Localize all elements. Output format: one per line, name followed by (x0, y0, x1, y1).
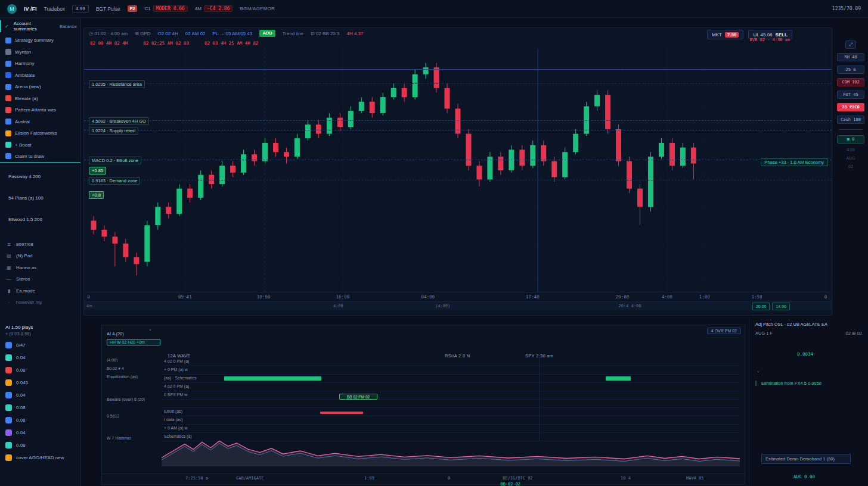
grid-row-label: (as) · Schematics (164, 376, 196, 380)
indicator-row-label: (4:00) (107, 358, 117, 362)
scrollbar-chip[interactable]: 20:00 (752, 303, 770, 310)
sidebar-item[interactable]: Elevate (a) (0, 93, 80, 105)
watchlist-row[interactable]: 0.08 (0, 401, 80, 414)
indicator-corner-box[interactable]: 4 OVR PM 02 (707, 328, 741, 334)
ticker-2[interactable]: 4M -C4 2.86 (195, 5, 233, 12)
toolbar-ohlc-open[interactable]: O2.02 4H (158, 31, 178, 36)
indicator-grid-row: + 0 AM (a) w (162, 425, 740, 433)
time-axis-label: 1:50 (752, 294, 762, 300)
nav-pulse[interactable]: BGT Pulse (96, 6, 120, 12)
toolbar-add-indicator[interactable]: ADD (259, 30, 275, 37)
sidebar-item[interactable]: + Boost (0, 139, 80, 151)
indicator-axis-label: 10 4 (621, 476, 631, 481)
watchlist-row[interactable]: 0.04 (0, 389, 80, 401)
sidebar-plan-item[interactable]: 54 Plans (a) 100 (0, 192, 80, 214)
indicator-active-preset[interactable]: HH W 02 H20 +0m (107, 339, 160, 345)
sidebar-tool-item[interactable]: ▮Ea.mode (0, 285, 80, 297)
toolbar-trend-line[interactable]: Trend line (283, 31, 303, 36)
buy-button[interactable]: MKT 7.50 (707, 30, 743, 39)
sidebar-item[interactable]: Elision Falconworks (0, 127, 80, 139)
rail-cash[interactable]: Cash 180 (837, 116, 864, 124)
sidebar-tool-item[interactable]: ▤(N) Pad (0, 250, 80, 262)
sidebar-item-label: Pattern Atlanta was (15, 107, 56, 113)
brand-name: IV /FI (24, 6, 37, 12)
indicator-grid[interactable]: 4 02 0 PM (a)+ 0 PM (a) w(as) · Schemati… (162, 358, 740, 441)
chart-scrollbar[interactable]: 4m 20:0014:00 4:00(4:00)20:4 4:00 (84, 301, 832, 310)
watchlist-row[interactable]: 0.04 (0, 426, 80, 439)
indicator-axis-label: 1:09 (364, 476, 374, 481)
toolbar-layout[interactable]: ⊞ GPD (135, 31, 150, 36)
oscillator-wave-chart[interactable] (162, 435, 740, 466)
sidebar-tool-item[interactable]: ≣8097/08 (0, 239, 80, 251)
sidebar-plan-item[interactable]: Ellwood 1.5 200 (0, 214, 80, 235)
sidebar-item[interactable]: Pattern Atlanta was (0, 104, 80, 116)
sidebar-item-label: Arena (new) (15, 84, 41, 89)
sidebar-tool-item[interactable]: —Stereo (0, 273, 80, 285)
watchlist-row[interactable]: 0/47 (0, 339, 80, 351)
alert-badge[interactable]: F2 (128, 5, 138, 12)
sidebar-item[interactable]: Ambidate (0, 70, 80, 82)
rail-interval[interactable]: 25 m (837, 66, 864, 74)
rail-rh[interactable]: RH 48 (837, 53, 864, 61)
watchlist-row[interactable]: 0.04 (0, 351, 80, 364)
time-axis[interactable]: 009:4110:0016:0004:0017:4020:004:001:001… (84, 292, 832, 301)
indicator-grid-row: I data (as) (162, 416, 740, 425)
stats-note-box[interactable]: Estimated Demo Demoband 1 (80) (761, 454, 851, 464)
toolbar-change-readout[interactable]: 4H 4.37 (346, 31, 363, 36)
watchlist-row[interactable]: 0.08 (0, 364, 80, 376)
ticker-1-label: C1 (144, 6, 150, 11)
time-axis-label: 09:41 (178, 294, 192, 300)
chart-panel: ◷ 01:02 · 4:00 am⊞ GPDO2.02 4H02 AM 02PL… (83, 27, 832, 316)
sidebar-tool-label: however my (16, 300, 42, 305)
sidebar-item[interactable]: Arena (new) (0, 81, 80, 93)
watchlist-row-label: 0/47 (16, 342, 26, 348)
sidebar-item[interactable]: Wynton (0, 46, 80, 58)
nav-tradebox[interactable]: Tradebox (44, 6, 66, 12)
rail-sell-price[interactable]: 78 PICO (837, 103, 864, 111)
rail-com[interactable]: COM 102 (837, 78, 864, 86)
stats-sub-left[interactable]: AUG 1 F (755, 331, 773, 336)
watchlist-row[interactable]: cover AGO/HEAD new (0, 451, 80, 464)
toolbar-timeframe[interactable]: ◷ 01:02 · 4:00 am (89, 31, 128, 36)
indicator-grid-row (162, 400, 740, 408)
watchlist-row[interactable]: 0.08 (0, 439, 80, 451)
sidebar-plan-item[interactable]: Passway 4.200 (0, 171, 80, 192)
sidebar-item[interactable]: Claim to draw (0, 151, 80, 163)
sidebar-item-icon (5, 38, 11, 43)
grid-row-label: + 0 PM (a) w (164, 367, 188, 372)
watchlist-row[interactable]: 0.08 (0, 414, 80, 426)
ticker-2-value: -C4 2.86 (204, 5, 233, 12)
toolbar-ohlc-high[interactable]: 02 AM 02 (185, 31, 206, 36)
toolbar-pl-readout[interactable]: PL → 05 AM/05 43 (213, 31, 253, 36)
watchlist-row-label: 0.08 (16, 405, 26, 410)
tab-balance[interactable]: Balance (60, 24, 77, 29)
indicator-grid-row: + 0 PM (a) w (162, 366, 740, 375)
stats-settings-icon[interactable]: ◔ (757, 369, 760, 375)
ticker-1[interactable]: C1 MODER 4.66 (144, 5, 187, 12)
scrollbar-chip[interactable]: 14:00 (772, 303, 790, 310)
expand-icon[interactable]: ⤢ (845, 40, 856, 49)
sidebar-item[interactable]: Harmony (0, 58, 80, 70)
watchlist-row[interactable]: 0.045 (0, 376, 80, 389)
stats-sub-right[interactable]: 02 ⊞ 02 (846, 331, 862, 336)
grid-row-label: Elliott (as) (164, 409, 182, 413)
scrollbar-mark: 4:00 (333, 304, 343, 309)
tab-account-summaries[interactable]: Account summaries (14, 21, 55, 32)
rail-toggle[interactable]: ▣ 0 (837, 135, 864, 144)
time-axis-label: 0 (824, 294, 827, 300)
scrollbar-interval: 4m (86, 304, 92, 308)
toolbar-bollinger[interactable]: ⊡ 02 BB 25.3 (311, 31, 340, 36)
candlestick-chart[interactable] (84, 48, 832, 292)
sidebar-tool-item[interactable]: ▦Hanno as (0, 262, 80, 274)
sidebar-item[interactable]: Strategy summary (0, 35, 80, 46)
time-axis-label: 20:00 (616, 294, 630, 300)
sidebar-item[interactable]: Austral (0, 116, 80, 128)
rail-fut[interactable]: FUT 45 (837, 91, 864, 99)
sidebar-tool-item[interactable]: ·however my (0, 297, 80, 309)
app-logo-icon[interactable]: M (7, 4, 17, 14)
indicator-tab[interactable]: AI 4 (20) (107, 331, 160, 337)
asset-icon (5, 342, 12, 348)
chart-area[interactable]: 1.0235 · Resistance area4.5092 · Breakev… (84, 48, 832, 292)
nav-version-box[interactable]: 4.99 (72, 5, 89, 13)
sidebar-item-label: Wynton (15, 49, 31, 55)
